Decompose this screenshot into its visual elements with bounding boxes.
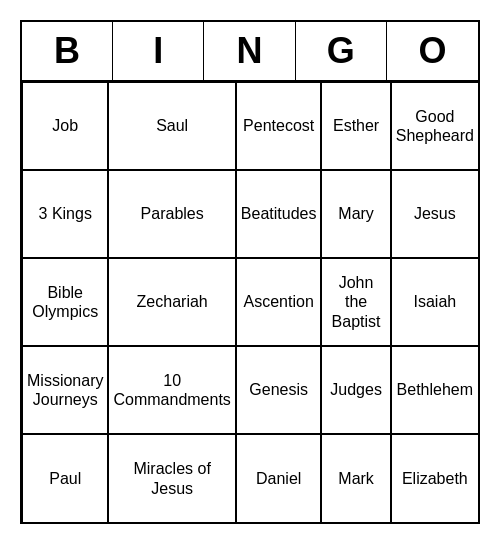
bingo-cell: Judges — [321, 346, 390, 434]
bingo-cell: Paul — [22, 434, 108, 522]
bingo-cell: Mary — [321, 170, 390, 258]
header-letter: N — [204, 22, 295, 80]
bingo-cell: Bethlehem — [391, 346, 478, 434]
header-letter: G — [296, 22, 387, 80]
bingo-cell: John the Baptist — [321, 258, 390, 346]
header-letter: O — [387, 22, 478, 80]
bingo-cell: Pentecost — [236, 82, 322, 170]
bingo-cell: Missionary Journeys — [22, 346, 108, 434]
bingo-cell: Zechariah — [108, 258, 235, 346]
bingo-grid: JobSaulPentecostEstherGood Shepheard3 Ki… — [22, 82, 478, 522]
bingo-cell: 3 Kings — [22, 170, 108, 258]
header-letter: I — [113, 22, 204, 80]
bingo-cell: Bible Olympics — [22, 258, 108, 346]
bingo-cell: Miracles of Jesus — [108, 434, 235, 522]
bingo-cell: Esther — [321, 82, 390, 170]
bingo-header: BINGO — [22, 22, 478, 82]
bingo-cell: Genesis — [236, 346, 322, 434]
bingo-cell: Parables — [108, 170, 235, 258]
bingo-cell: Daniel — [236, 434, 322, 522]
bingo-cell: Ascention — [236, 258, 322, 346]
bingo-cell: Job — [22, 82, 108, 170]
bingo-cell: Good Shepheard — [391, 82, 478, 170]
bingo-cell: Beatitudes — [236, 170, 322, 258]
bingo-cell: 10 Commandments — [108, 346, 235, 434]
header-letter: B — [22, 22, 113, 80]
bingo-cell: Elizabeth — [391, 434, 478, 522]
bingo-cell: Jesus — [391, 170, 478, 258]
bingo-cell: Saul — [108, 82, 235, 170]
bingo-card: BINGO JobSaulPentecostEstherGood Shephea… — [20, 20, 480, 524]
bingo-cell: Mark — [321, 434, 390, 522]
bingo-cell: Isaiah — [391, 258, 478, 346]
